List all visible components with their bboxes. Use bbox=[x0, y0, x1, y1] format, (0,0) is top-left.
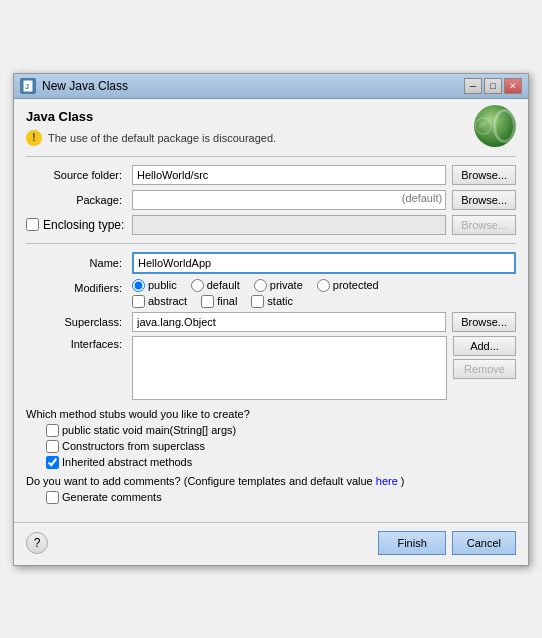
stub-inherited-label: Inherited abstract methods bbox=[62, 456, 192, 468]
stub-main-method[interactable]: public static void main(String[] args) bbox=[46, 424, 516, 437]
finish-button[interactable]: Finish bbox=[378, 531, 445, 555]
package-browse-button[interactable]: Browse... bbox=[452, 190, 516, 210]
comments-question-row: Do you want to add comments? (Configure … bbox=[26, 475, 516, 487]
package-input[interactable] bbox=[132, 190, 446, 210]
warning-text: The use of the default package is discou… bbox=[48, 132, 276, 144]
help-button[interactable]: ? bbox=[26, 532, 48, 554]
modifier-default[interactable]: default bbox=[191, 279, 240, 292]
modifier-check-row: abstract final static bbox=[132, 295, 516, 308]
enclosing-type-input[interactable] bbox=[132, 215, 446, 235]
modifier-static-label: static bbox=[267, 295, 293, 307]
modifier-protected-radio[interactable] bbox=[317, 279, 330, 292]
new-java-class-dialog: J New Java Class ─ □ ✕ Java Class ! The … bbox=[13, 73, 529, 566]
package-label: Package: bbox=[26, 194, 126, 206]
interfaces-buttons: Add... Remove bbox=[453, 336, 516, 379]
enclosing-type-label: Enclosing type: bbox=[43, 218, 124, 232]
warning-row: ! The use of the default package is disc… bbox=[26, 130, 516, 146]
footer: ? Finish Cancel bbox=[14, 522, 528, 565]
superclass-input[interactable] bbox=[132, 312, 446, 332]
modifier-final-label: final bbox=[217, 295, 237, 307]
comments-end: ) bbox=[401, 475, 405, 487]
warning-icon: ! bbox=[26, 130, 42, 146]
interfaces-add-button[interactable]: Add... bbox=[453, 336, 516, 356]
enclosing-type-checkbox[interactable] bbox=[26, 218, 39, 231]
name-input[interactable] bbox=[132, 252, 516, 274]
header-section: Java Class ! The use of the default pack… bbox=[26, 109, 516, 146]
stub-main-checkbox[interactable] bbox=[46, 424, 59, 437]
name-label: Name: bbox=[26, 257, 126, 269]
enclosing-type-row: Enclosing type: bbox=[26, 218, 126, 232]
divider-1 bbox=[26, 156, 516, 157]
minimize-button[interactable]: ─ bbox=[464, 78, 482, 94]
section-title: Java Class bbox=[26, 109, 516, 124]
modifier-public-label: public bbox=[148, 279, 177, 291]
divider-2 bbox=[26, 243, 516, 244]
title-bar: J New Java Class ─ □ ✕ bbox=[14, 74, 528, 99]
svg-point-3 bbox=[477, 120, 487, 129]
modifier-radio-row: public default private protected bbox=[132, 279, 516, 292]
dialog-body: Java Class ! The use of the default pack… bbox=[14, 99, 528, 522]
modifiers-section: public default private protected bbox=[132, 279, 516, 308]
window-controls: ─ □ ✕ bbox=[464, 78, 522, 94]
comments-question: Do you want to add comments? (Configure … bbox=[26, 475, 373, 487]
stub-inherited[interactable]: Inherited abstract methods bbox=[46, 456, 516, 469]
interfaces-list bbox=[132, 336, 447, 400]
stub-constructors[interactable]: Constructors from superclass bbox=[46, 440, 516, 453]
modifier-abstract-checkbox[interactable] bbox=[132, 295, 145, 308]
generate-comments-row: Generate comments bbox=[26, 491, 516, 504]
modifier-static-checkbox[interactable] bbox=[251, 295, 264, 308]
package-default-hint: (default) bbox=[402, 192, 442, 204]
stub-inherited-checkbox[interactable] bbox=[46, 456, 59, 469]
close-button[interactable]: ✕ bbox=[504, 78, 522, 94]
superclass-label: Superclass: bbox=[26, 316, 126, 328]
modifier-default-label: default bbox=[207, 279, 240, 291]
superclass-browse-button[interactable]: Browse... bbox=[452, 312, 516, 332]
modifier-abstract[interactable]: abstract bbox=[132, 295, 187, 308]
stubs-section: Which method stubs would you like to cre… bbox=[26, 408, 516, 469]
modifier-private-label: private bbox=[270, 279, 303, 291]
stubs-title: Which method stubs would you like to cre… bbox=[26, 408, 516, 420]
stubs-list: public static void main(String[] args) C… bbox=[26, 424, 516, 469]
modifier-final[interactable]: final bbox=[201, 295, 237, 308]
modifier-final-checkbox[interactable] bbox=[201, 295, 214, 308]
source-folder-label: Source folder: bbox=[26, 169, 126, 181]
dialog-title: New Java Class bbox=[42, 79, 128, 93]
cancel-button[interactable]: Cancel bbox=[452, 531, 516, 555]
comments-link[interactable]: here bbox=[376, 475, 398, 487]
stub-constructors-checkbox[interactable] bbox=[46, 440, 59, 453]
enclosing-type-browse-button[interactable]: Browse... bbox=[452, 215, 516, 235]
title-bar-left: J New Java Class bbox=[20, 78, 128, 94]
interfaces-label: Interfaces: bbox=[26, 336, 126, 350]
modifier-private-radio[interactable] bbox=[254, 279, 267, 292]
stub-main-label: public static void main(String[] args) bbox=[62, 424, 236, 436]
source-folder-browse-button[interactable]: Browse... bbox=[452, 165, 516, 185]
package-input-container: (default) bbox=[132, 190, 446, 210]
interfaces-remove-button[interactable]: Remove bbox=[453, 359, 516, 379]
svg-text:J: J bbox=[25, 83, 29, 90]
generate-comments-text: Generate comments bbox=[62, 491, 162, 503]
modifier-public[interactable]: public bbox=[132, 279, 177, 292]
generate-comments-label[interactable]: Generate comments bbox=[46, 491, 516, 504]
modifier-abstract-label: abstract bbox=[148, 295, 187, 307]
modifier-static[interactable]: static bbox=[251, 295, 293, 308]
java-class-icon: J bbox=[20, 78, 36, 94]
modifier-public-radio[interactable] bbox=[132, 279, 145, 292]
stub-constructors-label: Constructors from superclass bbox=[62, 440, 205, 452]
source-folder-input[interactable] bbox=[132, 165, 446, 185]
modifier-protected[interactable]: protected bbox=[317, 279, 379, 292]
footer-buttons: Finish Cancel bbox=[378, 531, 516, 555]
modifiers-label: Modifiers: bbox=[26, 279, 126, 294]
maximize-button[interactable]: □ bbox=[484, 78, 502, 94]
eclipse-logo-icon bbox=[474, 105, 516, 147]
comments-section: Do you want to add comments? (Configure … bbox=[26, 475, 516, 504]
modifier-default-radio[interactable] bbox=[191, 279, 204, 292]
modifier-protected-label: protected bbox=[333, 279, 379, 291]
modifier-private[interactable]: private bbox=[254, 279, 303, 292]
generate-comments-checkbox[interactable] bbox=[46, 491, 59, 504]
